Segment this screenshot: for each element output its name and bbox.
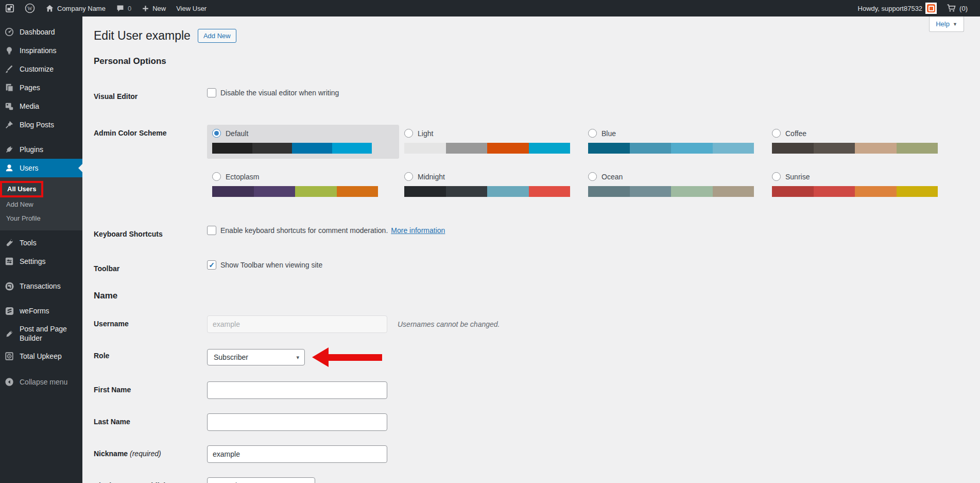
radio-button[interactable] xyxy=(212,129,221,138)
my-account-button[interactable]: Howdy, support87532 xyxy=(853,0,939,16)
sidebar-item-inspirations[interactable]: Inspirations xyxy=(0,41,82,60)
color-scheme-blue[interactable]: Blue xyxy=(583,125,767,159)
keyboard-shortcuts-row: Keyboard Shortcuts Enable keyboard short… xyxy=(94,226,970,239)
howdy-label: Howdy, support87532 xyxy=(858,5,923,12)
color-swatch xyxy=(295,186,337,197)
sidebar-item-customize[interactable]: Customize xyxy=(0,60,82,78)
color-scheme-midnight[interactable]: Midnight xyxy=(399,168,583,202)
submenu-item-label: Your Profile xyxy=(6,214,41,222)
wordpress-logo-button[interactable]: W xyxy=(20,0,40,16)
more-information-link[interactable]: More information xyxy=(391,226,445,235)
color-swatch xyxy=(814,186,855,197)
sidebar-item-label: Post and Page Builder xyxy=(20,324,72,343)
keyboard-shortcuts-checkbox[interactable] xyxy=(207,226,216,235)
first-name-input[interactable] xyxy=(207,381,387,399)
boldgrid-icon xyxy=(5,4,14,13)
field-label: Last Name xyxy=(94,413,207,426)
sidebar-item-plugins[interactable]: Plugins xyxy=(0,140,82,159)
title-bar: Edit User example Add New xyxy=(94,28,970,44)
radio-button[interactable] xyxy=(404,129,413,138)
sidebar-item-post-page-builder[interactable]: Post and Page Builder xyxy=(0,320,77,347)
help-dropdown[interactable]: Help ▼ xyxy=(929,16,964,32)
users-submenu: All Users Add New Your Profile xyxy=(0,177,82,230)
username-note: Usernames cannot be changed. xyxy=(398,320,500,328)
sidebar-item-blog-posts[interactable]: Blog Posts xyxy=(0,115,82,134)
color-scheme-ocean[interactable]: Ocean xyxy=(583,168,767,202)
radio-button[interactable] xyxy=(404,172,413,181)
nickname-input[interactable] xyxy=(207,445,387,463)
color-scheme-options: Default Light Blue Coffee Ectoplasm Midn… xyxy=(207,125,970,202)
visual-editor-checkbox[interactable] xyxy=(207,88,216,97)
collapse-arrow-icon xyxy=(4,377,14,387)
field-label: Toolbar xyxy=(94,260,207,273)
color-swatch xyxy=(897,186,938,197)
color-swatch-bar xyxy=(404,143,570,154)
color-scheme-default[interactable]: Default xyxy=(207,125,399,159)
home-icon xyxy=(45,4,54,13)
sidebar-item-label: Blog Posts xyxy=(20,120,54,129)
boldgrid-menu-button[interactable] xyxy=(0,0,20,16)
sidebar-item-label: Transactions xyxy=(20,281,61,291)
field-label: Role xyxy=(94,347,207,360)
color-swatch xyxy=(630,186,672,197)
transactions-icon xyxy=(4,281,14,291)
role-selected-value: Subscriber xyxy=(214,353,248,361)
radio-button[interactable] xyxy=(588,172,597,181)
color-scheme-light[interactable]: Light xyxy=(399,125,583,159)
color-swatch xyxy=(814,143,855,154)
site-name-button[interactable]: Company Name xyxy=(40,0,111,16)
plus-icon xyxy=(142,5,149,12)
comments-button[interactable]: 0 xyxy=(111,0,136,16)
role-select[interactable]: Subscriber ▾ xyxy=(207,349,305,365)
submenu-item-all-users[interactable]: All Users xyxy=(0,181,82,197)
sidebar-item-label: Inspirations xyxy=(20,46,57,55)
sidebar-item-users[interactable]: Users xyxy=(0,159,82,177)
collapse-menu-button[interactable]: Collapse menu xyxy=(0,373,82,391)
radio-button[interactable] xyxy=(772,172,781,181)
submenu-item-label: All Users xyxy=(7,185,36,193)
color-swatch xyxy=(254,186,296,197)
collapse-menu-label: Collapse menu xyxy=(20,377,67,387)
sidebar-item-transactions[interactable]: Transactions xyxy=(0,277,82,295)
display-name-row: Display name publicly as example ▾ xyxy=(94,477,970,483)
sidebar-item-dashboard[interactable]: Dashboard xyxy=(0,23,82,41)
red-arrow-annotation xyxy=(312,347,382,367)
sidebar-item-label: Users xyxy=(20,163,39,173)
sidebar-item-total-upkeep[interactable]: Total Upkeep xyxy=(0,347,82,365)
media-icon xyxy=(4,101,14,111)
sidebar-item-label: Settings xyxy=(20,257,46,266)
color-swatch-bar xyxy=(404,186,570,197)
view-user-button[interactable]: View User xyxy=(171,0,212,16)
scheme-label: Ocean xyxy=(601,173,623,181)
radio-button[interactable] xyxy=(772,129,781,138)
radio-button[interactable] xyxy=(212,172,221,181)
sidebar-item-pages[interactable]: Pages xyxy=(0,78,82,97)
submenu-item-add-new[interactable]: Add New xyxy=(0,197,82,211)
color-scheme-coffee[interactable]: Coffee xyxy=(767,125,942,159)
display-name-select[interactable]: example ▾ xyxy=(207,477,315,483)
username-input[interactable] xyxy=(207,315,387,333)
sidebar-item-tools[interactable]: Tools xyxy=(0,234,82,252)
color-scheme-sunrise[interactable]: Sunrise xyxy=(767,168,942,202)
cart-button[interactable]: (0) xyxy=(944,0,973,16)
scheme-label: Ectoplasm xyxy=(226,173,259,181)
sidebar-item-weforms[interactable]: weForms xyxy=(0,302,82,320)
sidebar-item-settings[interactable]: Settings xyxy=(0,252,82,271)
sidebar-item-media[interactable]: Media xyxy=(0,97,82,115)
toolbar-checkbox[interactable] xyxy=(207,260,216,270)
site-name-label: Company Name xyxy=(57,5,106,12)
color-scheme-ectoplasm[interactable]: Ectoplasm xyxy=(207,168,399,202)
last-name-input[interactable] xyxy=(207,413,387,431)
pushpin-icon xyxy=(4,120,14,130)
color-swatch xyxy=(404,143,446,154)
sidebar-item-label: Plugins xyxy=(20,145,43,154)
admin-bar-right: Howdy, support87532 (0) xyxy=(853,0,980,16)
color-swatch xyxy=(487,186,529,197)
new-label: New xyxy=(152,5,166,12)
new-content-button[interactable]: New xyxy=(136,0,171,16)
page-title: Edit User example xyxy=(94,28,191,44)
submenu-item-your-profile[interactable]: Your Profile xyxy=(0,211,82,225)
radio-button[interactable] xyxy=(588,129,597,138)
help-label: Help xyxy=(936,20,950,28)
add-new-button[interactable]: Add New xyxy=(198,29,236,43)
